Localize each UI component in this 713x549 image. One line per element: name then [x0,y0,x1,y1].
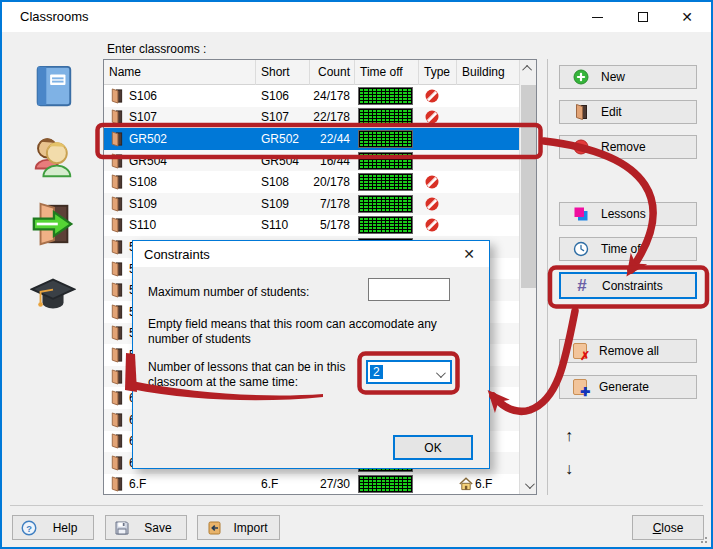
room-name: S107 [129,110,157,124]
sidebar-item-teachers[interactable] [30,271,76,317]
edit-label: Edit [601,105,622,119]
door-icon [109,369,124,385]
col-header-short[interactable]: Short [256,60,310,85]
classrooms-window: Classrooms ✕ [0,0,713,549]
close-window-button[interactable]: ✕ [665,2,709,32]
door-icon [109,239,124,255]
door-icon [109,455,124,471]
sidebar-item-classes[interactable] [30,134,76,180]
import-label: Import [230,521,271,535]
close-button[interactable]: Close [632,515,704,540]
room-name: 6.F [129,477,146,491]
save-button[interactable]: Save [105,515,187,540]
door-icon [109,304,124,320]
table-row[interactable]: S106S10624/178 [104,85,519,107]
titlebar: Classrooms ✕ [2,2,711,32]
table-row[interactable]: 6.F6.F27/306.F [104,474,519,494]
lessons-icon [573,206,589,222]
edit-button[interactable]: Edit [559,100,697,124]
door-icon [109,109,124,125]
save-label: Save [138,521,178,535]
max-students-label: Maximum number of students: [148,285,309,300]
ok-label: OK [424,441,441,455]
col-header-building[interactable]: Building [457,60,519,85]
help-button[interactable]: ? Help [12,515,94,540]
table-row[interactable]: GR504GR50416/44 [104,150,519,172]
ok-button[interactable]: OK [393,435,473,460]
minimize-button[interactable] [575,2,619,32]
room-count: 7/178 [320,197,350,211]
room-name: S106 [129,89,157,103]
scrollbar-thumb[interactable] [521,85,536,288]
door-icon [109,433,124,449]
max-students-input[interactable] [368,278,450,301]
maximize-button[interactable] [621,2,665,32]
table-scrollbar[interactable] [519,60,536,494]
generate-button[interactable]: ✚ Generate [559,375,697,399]
classroom-door-icon [30,201,76,247]
remove-all-label: Remove all [599,344,659,358]
forbidden-icon [425,218,439,232]
room-short: GR504 [261,154,299,168]
dialog-titlebar: Constraints ✕ [133,241,489,267]
footer-divider [10,505,703,506]
room-short: S106 [261,89,289,103]
timeoff-grid [358,87,413,105]
room-count: 5/178 [320,218,350,232]
room-name: GR502 [129,132,167,146]
lessons-button[interactable]: Lessons [559,202,697,226]
close-icon: ✕ [463,246,475,262]
graduation-cap-icon [30,271,76,317]
dialog-close-button[interactable]: ✕ [449,241,489,267]
door-icon [109,174,124,190]
move-down-button[interactable]: ↓ [557,460,581,482]
sidebar-item-subjects[interactable] [30,63,76,109]
table-row[interactable]: S108S10820/178 [104,171,519,193]
table-row[interactable]: GR502GR50222/44 [104,128,519,150]
move-up-button[interactable]: ↑ [557,427,581,449]
remove-all-icon: ✗ [573,343,587,359]
remove-all-button[interactable]: ✗ Remove all [559,339,697,363]
room-count: 16/44 [320,154,350,168]
timeoff-grid [358,108,413,126]
col-header-type[interactable]: Type [419,60,457,85]
room-count: 24/178 [313,89,350,103]
room-count: 20/178 [313,175,350,189]
new-button[interactable]: New [559,65,697,89]
remove-button[interactable]: Remove [559,135,697,159]
room-short: S107 [261,110,289,124]
table-row[interactable]: S109S1097/178 [104,193,519,215]
window-title: Classrooms [20,9,89,24]
room-name: S108 [129,175,157,189]
door-icon [109,412,124,428]
dialog-title: Constraints [144,247,210,262]
time-off-label: Time off [601,242,644,256]
time-off-button[interactable]: Time off [559,237,697,261]
scroll-up-icon[interactable] [520,60,536,77]
room-short: S110 [261,218,288,232]
help-label: Help [45,521,85,535]
arrow-up-icon: ↑ [565,427,573,444]
table-row[interactable]: S110S1105/178 [104,215,519,237]
constraints-button[interactable]: # Constraints [559,272,697,299]
door-icon [573,104,589,120]
col-header-count[interactable]: Count [310,60,355,85]
resize-grip[interactable] [699,535,707,543]
import-button[interactable]: Import [197,515,280,540]
lessons-count-dropdown[interactable]: 2 [366,360,452,384]
sidebar-item-classrooms[interactable] [30,201,76,247]
clock-icon [573,241,589,257]
timeoff-grid [358,152,413,170]
constraints-dialog: Constraints ✕ Maximum number of students… [132,240,490,469]
table-row[interactable]: S107S10722/178 [104,107,519,129]
col-header-name[interactable]: Name [104,60,256,85]
lessons-count-label: Number of lessons that can be in this cl… [148,360,358,390]
generate-label: Generate [599,380,649,394]
door-icon [109,390,124,406]
empty-field-note: Empty field means that this room can acc… [148,317,478,347]
col-header-timeoff[interactable]: Time off [355,60,419,85]
forbidden-icon [425,110,439,124]
scroll-down-icon[interactable] [520,477,536,494]
forbidden-icon [425,175,439,189]
minimize-icon [592,17,603,18]
